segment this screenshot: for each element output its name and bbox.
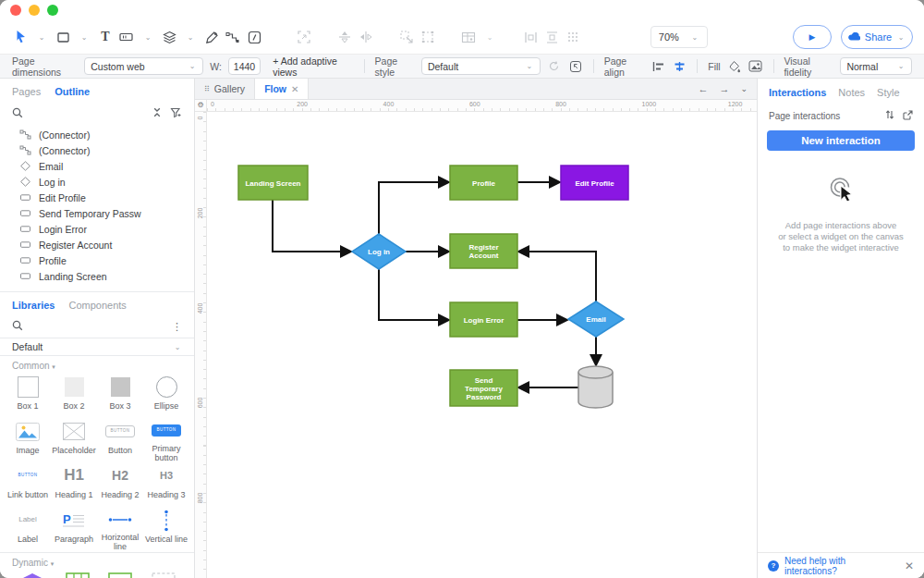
library-component-image[interactable]: Image [5, 419, 51, 463]
shape-tool-menu[interactable]: ⌄ [75, 27, 93, 47]
outline-item[interactable]: Landing Screen [0, 268, 194, 284]
section-dynamic[interactable]: Dynamic ▾ [0, 553, 194, 570]
tab-gallery[interactable]: ⠿ Gallery [195, 79, 254, 99]
input-tool-menu[interactable]: ⌄ [139, 27, 157, 47]
fill-image-icon[interactable] [748, 58, 763, 75]
zoom-select[interactable]: 70% ⌄ [650, 26, 708, 48]
tab-interactions[interactable]: Interactions [769, 87, 826, 98]
flow-node-email[interactable]: Email [568, 301, 624, 337]
close-icon[interactable]: ✕ [905, 560, 914, 572]
close-window-button[interactable] [10, 5, 21, 16]
library-component-h3[interactable]: H3Heading 3 [143, 463, 189, 508]
page-dimensions-select[interactable]: Custom web ⌄ [84, 57, 203, 75]
align-left-icon[interactable] [651, 58, 666, 75]
flow-node-register-account[interactable]: RegisterAccount [450, 234, 517, 268]
tab-style[interactable]: Style [877, 87, 899, 98]
outline-item[interactable]: Edit Profile [0, 190, 194, 205]
outline-item[interactable]: Email [0, 158, 194, 174]
flow-canvas[interactable]: Landing ScreenProfileEdit ProfileLog inR… [207, 112, 757, 578]
tab-notes[interactable]: Notes [838, 87, 865, 98]
search-icon[interactable] [12, 318, 23, 335]
back-icon[interactable]: ← [698, 83, 708, 94]
library-component-hline[interactable]: Horizontal line [97, 508, 143, 552]
repeater-icon[interactable] [66, 572, 90, 578]
library-component-vline[interactable]: Vertical line [143, 508, 189, 552]
flow-node-database[interactable] [578, 366, 613, 408]
input-tool[interactable] [117, 27, 136, 47]
more-options-icon[interactable]: ⋮ [172, 321, 182, 333]
filter-icon[interactable] [170, 105, 182, 122]
layers-tool-menu[interactable]: ⌄ [181, 27, 200, 47]
width-input[interactable]: 1440 [228, 57, 261, 75]
connector-tool[interactable] [224, 27, 242, 47]
tab-libraries[interactable]: Libraries [12, 300, 55, 311]
library-component-primary[interactable]: BUTTONPrimary button [143, 419, 189, 463]
help-link[interactable]: Need help with interactions? [784, 556, 899, 576]
minimize-window-button[interactable] [29, 5, 40, 16]
tab-flow[interactable]: Flow ✕ [254, 79, 309, 99]
flow-node-landing-screen[interactable]: Landing Screen [238, 166, 308, 200]
outline-item[interactable]: Profile [0, 252, 194, 268]
hotspot-icon[interactable] [152, 572, 176, 578]
select-tool-menu[interactable]: ⌄ [32, 27, 51, 47]
library-component-h1[interactable]: H1Heading 1 [51, 463, 97, 508]
sort-icon[interactable] [885, 109, 894, 122]
outline-item[interactable]: (Connector) [0, 142, 194, 158]
layers-tool[interactable] [160, 27, 178, 47]
flow-connector-landing-screen-to-log-in[interactable] [273, 200, 350, 252]
chevron-down-icon[interactable]: ⌄ [740, 84, 748, 93]
library-component-link[interactable]: BUTTONLink button [5, 463, 51, 508]
external-link-icon[interactable] [903, 110, 913, 122]
visual-fidelity-select[interactable]: Normal ⌄ [840, 57, 912, 75]
new-interaction-button[interactable]: New interaction [767, 130, 915, 151]
library-component-box1[interactable]: Box 1 [5, 375, 51, 419]
page-settings-icon[interactable] [568, 58, 583, 75]
right-sidebar: Interactions Notes Style Page interactio… [757, 79, 924, 578]
tab-pages[interactable]: Pages [12, 86, 41, 97]
flow-node-edit-profile[interactable]: Edit Profile [561, 166, 628, 200]
outline-item[interactable]: Register Account [0, 237, 194, 252]
flow-node-label: Login Error [464, 316, 505, 325]
library-component-box2[interactable]: Box 2 [51, 375, 97, 419]
page-style-select[interactable]: Default ⌄ [421, 57, 541, 75]
library-component-h2[interactable]: H2Heading 2 [97, 463, 143, 508]
library-component-label[interactable]: LabelLabel [5, 508, 51, 552]
add-adaptive-views-button[interactable]: + Add adaptive views [273, 55, 354, 78]
library-component-placeholder[interactable]: Placeholder [51, 419, 97, 463]
collapse-all-icon[interactable] [152, 105, 163, 122]
flow-connector-log-in-to-login-error[interactable] [379, 269, 448, 320]
section-common[interactable]: Common ▾ [0, 356, 194, 373]
search-icon[interactable] [12, 105, 23, 122]
select-tool[interactable] [11, 27, 30, 47]
tab-outline[interactable]: Outline [55, 86, 90, 97]
flow-node-log-in[interactable]: Log in [352, 234, 406, 269]
zoom-window-button[interactable] [47, 5, 58, 16]
flow-node-send-temporary-password[interactable]: SendTemporaryPassword [450, 370, 517, 406]
fill-color-icon[interactable] [727, 58, 742, 75]
library-component-paragraph[interactable]: PParagraph [51, 508, 97, 552]
forward-icon[interactable]: → [719, 83, 729, 94]
flow-node-login-error[interactable]: Login Error [450, 302, 517, 337]
library-select[interactable]: Default ⌄ [0, 338, 194, 356]
flow-connector-log-in-to-profile[interactable] [379, 182, 448, 234]
preview-button[interactable]: ▶ [793, 25, 832, 49]
outline-item[interactable]: (Connector) [0, 127, 194, 142]
inline-frame-icon[interactable] [108, 572, 132, 578]
dynamic-panel-icon[interactable] [18, 572, 46, 578]
annotation-tool[interactable] [245, 27, 263, 47]
outline-item[interactable]: Login Error [0, 221, 194, 237]
align-center-icon[interactable] [672, 58, 687, 75]
tab-components[interactable]: Components [68, 300, 126, 311]
outline-item[interactable]: Send Temporary Passw [0, 205, 194, 221]
flow-connector-email-to-register-account[interactable] [519, 252, 596, 301]
text-tool[interactable]: T [96, 27, 115, 47]
library-component-box3[interactable]: Box 3 [97, 375, 143, 419]
library-component-ellipse[interactable]: Ellipse [143, 375, 189, 419]
shape-tool[interactable] [54, 27, 72, 47]
flow-node-profile[interactable]: Profile [450, 166, 517, 200]
pen-tool[interactable] [202, 27, 221, 47]
share-button[interactable]: Share ⌄ [841, 25, 913, 49]
close-tab-icon[interactable]: ✕ [291, 84, 298, 94]
outline-item[interactable]: Log in [0, 174, 194, 190]
library-component-button[interactable]: BUTTONButton [97, 419, 143, 463]
